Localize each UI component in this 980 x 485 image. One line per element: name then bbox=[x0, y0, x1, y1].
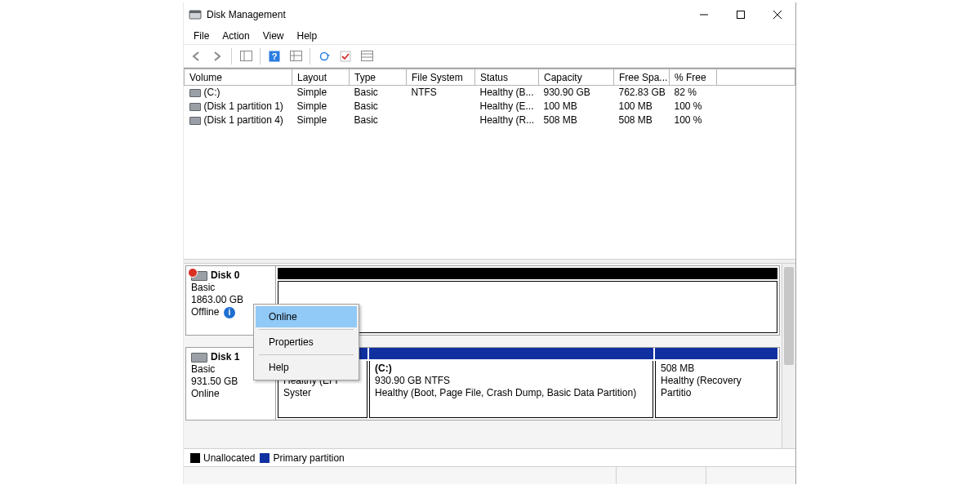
svg-rect-6 bbox=[240, 51, 252, 61]
menu-file[interactable]: File bbox=[187, 29, 216, 43]
table-header-row: Volume Layout Type File System Status Ca… bbox=[185, 69, 795, 86]
legend-unallocated: Unallocated bbox=[203, 452, 255, 464]
legend-primary: Primary partition bbox=[273, 452, 344, 464]
cell-volume: (Disk 1 partition 4) bbox=[204, 114, 283, 126]
swatch-primary bbox=[260, 453, 270, 463]
toolbar: ? bbox=[184, 45, 795, 68]
cell-capacity: 100 MB bbox=[539, 100, 614, 113]
context-online[interactable]: Online bbox=[256, 306, 357, 327]
disk1-part1[interactable]: (C:) 930.90 GB NTFS Healthy (Boot, Page … bbox=[369, 361, 653, 418]
info-icon[interactable]: i bbox=[224, 307, 235, 318]
svg-line-4 bbox=[773, 11, 782, 19]
refresh-icon[interactable] bbox=[315, 47, 333, 65]
help-icon[interactable]: ? bbox=[265, 47, 283, 65]
toolbar-separator bbox=[310, 48, 310, 65]
col-status[interactable]: Status bbox=[475, 69, 539, 86]
cell-pctfree: 100 % bbox=[670, 113, 717, 127]
statusbar-cell bbox=[706, 467, 795, 484]
volume-icon bbox=[189, 89, 201, 97]
cell-fs bbox=[407, 100, 475, 113]
swatch-unallocated bbox=[190, 453, 200, 463]
settings-panel-icon[interactable] bbox=[287, 47, 305, 65]
part-size: 508 MB bbox=[661, 363, 772, 375]
col-filesystem[interactable]: File System bbox=[407, 69, 475, 86]
cell-layout: Simple bbox=[292, 113, 350, 127]
cell-free: 508 MB bbox=[614, 113, 670, 127]
col-type[interactable]: Type bbox=[350, 69, 407, 86]
col-volume[interactable]: Volume bbox=[185, 69, 292, 86]
list-icon[interactable] bbox=[358, 47, 376, 65]
back-icon[interactable] bbox=[187, 47, 205, 65]
disk0-type: Basic bbox=[191, 282, 270, 294]
legend: Unallocated Primary partition bbox=[184, 448, 795, 466]
svg-rect-15 bbox=[361, 51, 372, 61]
cell-volume: (C:) bbox=[204, 87, 220, 98]
svg-rect-3 bbox=[737, 11, 744, 19]
col-spacer bbox=[717, 69, 795, 86]
scrollbar-thumb[interactable] bbox=[784, 267, 794, 365]
volume-icon bbox=[189, 117, 201, 125]
menu-view[interactable]: View bbox=[256, 29, 291, 43]
disk1-part2[interactable]: 508 MB Healthy (Recovery Partitio bbox=[655, 361, 777, 418]
table-row[interactable]: (Disk 1 partition 4) Simple Basic Health… bbox=[185, 113, 795, 127]
cell-status: Healthy (B... bbox=[475, 86, 539, 100]
menubar: File Action View Help bbox=[184, 27, 795, 45]
maximize-button[interactable] bbox=[722, 2, 759, 27]
volume-icon bbox=[189, 103, 201, 111]
col-pctfree[interactable]: % Free bbox=[670, 69, 717, 86]
cell-status: Healthy (E... bbox=[475, 100, 539, 113]
unallocated-stripe bbox=[278, 268, 777, 279]
context-separator bbox=[259, 329, 354, 330]
cell-free: 762.83 GB bbox=[614, 86, 670, 100]
part-size: 930.90 GB NTFS bbox=[375, 375, 648, 387]
cell-layout: Simple bbox=[292, 100, 350, 113]
svg-rect-1 bbox=[189, 11, 201, 13]
cell-type: Basic bbox=[350, 100, 407, 113]
context-help[interactable]: Help bbox=[256, 357, 357, 378]
context-separator bbox=[259, 354, 354, 355]
cell-fs: NTFS bbox=[407, 86, 475, 100]
show-hide-icon[interactable] bbox=[237, 47, 255, 65]
disk1-status: Online bbox=[191, 388, 270, 400]
window-controls bbox=[685, 2, 795, 27]
context-properties[interactable]: Properties bbox=[256, 331, 357, 353]
svg-text:?: ? bbox=[272, 51, 278, 61]
close-button[interactable] bbox=[759, 2, 795, 27]
minimize-button[interactable] bbox=[685, 2, 722, 27]
disk-icon bbox=[191, 353, 207, 363]
cell-capacity: 930.90 GB bbox=[539, 86, 614, 100]
svg-rect-14 bbox=[341, 51, 350, 61]
col-layout[interactable]: Layout bbox=[292, 69, 350, 86]
disk-management-window: Disk Management File Action View Help ? bbox=[183, 2, 796, 484]
svg-point-13 bbox=[321, 52, 328, 60]
vertical-scrollbar[interactable] bbox=[782, 264, 795, 448]
cell-volume: (Disk 1 partition 1) bbox=[204, 100, 283, 112]
app-icon bbox=[189, 8, 202, 21]
disk1-title: Disk 1 bbox=[211, 351, 239, 363]
col-freespace[interactable]: Free Spa... bbox=[614, 69, 670, 86]
volume-list[interactable]: Volume Layout Type File System Status Ca… bbox=[184, 68, 795, 259]
part-title: (C:) bbox=[375, 363, 648, 375]
cell-type: Basic bbox=[350, 86, 407, 100]
cell-layout: Simple bbox=[292, 86, 350, 100]
part-status: Healthy (Recovery Partitio bbox=[661, 375, 772, 399]
titlebar: Disk Management bbox=[184, 2, 795, 27]
volume-table: Volume Layout Type File System Status Ca… bbox=[184, 69, 795, 127]
svg-line-5 bbox=[773, 11, 782, 19]
toolbar-separator bbox=[231, 48, 232, 65]
menu-help[interactable]: Help bbox=[291, 29, 324, 43]
disk0-title: Disk 0 bbox=[211, 269, 239, 281]
cell-pctfree: 100 % bbox=[670, 100, 717, 113]
primary-stripe bbox=[369, 348, 653, 359]
apply-icon[interactable] bbox=[336, 47, 354, 65]
table-row[interactable]: (Disk 1 partition 1) Simple Basic Health… bbox=[185, 100, 795, 113]
cell-type: Basic bbox=[350, 113, 407, 127]
statusbar-cell bbox=[184, 467, 616, 484]
forward-icon[interactable] bbox=[208, 47, 226, 65]
col-capacity[interactable]: Capacity bbox=[539, 69, 614, 86]
cell-fs bbox=[407, 113, 475, 127]
menu-action[interactable]: Action bbox=[216, 29, 256, 43]
context-menu: Online Properties Help bbox=[253, 304, 359, 380]
table-row[interactable]: (C:) Simple Basic NTFS Healthy (B... 930… bbox=[185, 86, 795, 100]
cell-status: Healthy (R... bbox=[475, 113, 539, 127]
